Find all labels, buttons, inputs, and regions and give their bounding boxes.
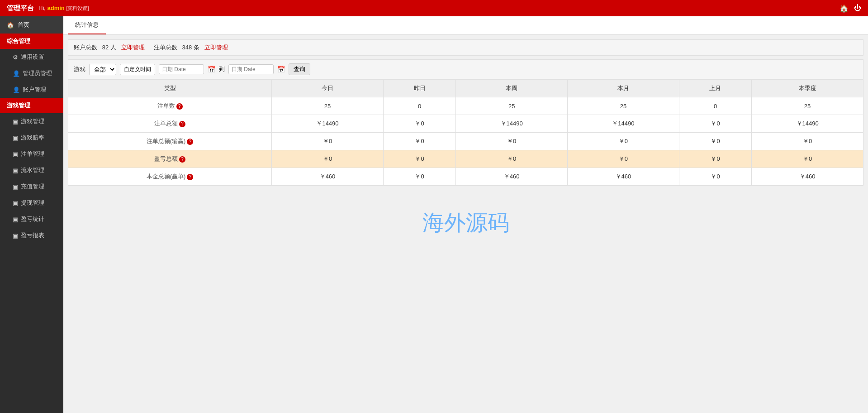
sidebar: 🏠 首页 综合管理 ⚙ 通用设置 👤 管理员管理 👤 账户管理 游戏管理 ▣ 游… — [0, 16, 63, 413]
admin-name: admin — [47, 5, 65, 11]
cell-this-week: ￥0 — [456, 133, 568, 150]
cell-last-month: ￥0 — [679, 168, 751, 186]
order-manage-link[interactable]: 立即管理 — [204, 44, 228, 51]
sidebar-item-flow-manage[interactable]: ▣ 流水管理 — [0, 162, 63, 178]
stats-topbar: 账户总数 82 人 立即管理 注单总数 348 条 立即管理 — [68, 39, 863, 56]
profit-report-icon: ▣ — [13, 232, 18, 239]
cell-type: 注单总额? — [68, 115, 272, 133]
cell-type: 注单数? — [68, 97, 272, 115]
cell-last-month: ￥0 — [679, 133, 751, 150]
header-left: 管理平台 Hi, admin [资料设置] — [7, 4, 89, 13]
sidebar-item-profit-stats[interactable]: ▣ 盈亏统计 — [0, 211, 63, 227]
custom-time-button[interactable]: 自定义时间 — [120, 64, 155, 75]
date-end-input[interactable] — [228, 64, 274, 74]
cell-this-month: ￥14490 — [568, 115, 679, 133]
cell-this-week: ￥460 — [456, 168, 568, 186]
cell-this-quarter: 25 — [752, 97, 863, 115]
order-icon: ▣ — [13, 151, 18, 158]
account-total-label: 账户总数 82 人 立即管理 — [74, 43, 145, 52]
tip-icon[interactable]: ? — [176, 103, 183, 110]
account-icon: 👤 — [13, 86, 20, 93]
tip-icon[interactable]: ? — [179, 121, 185, 127]
cell-last-month: ￥0 — [679, 115, 751, 133]
game-filter-select[interactable]: 全部 — [89, 64, 116, 75]
cell-yesterday: ￥0 — [383, 168, 455, 186]
order-total-label: 注单总数 348 条 立即管理 — [154, 43, 228, 52]
settings-icon: ⚙ — [13, 54, 18, 61]
greeting: Hi, admin [资料设置] — [38, 5, 89, 12]
tip-icon[interactable]: ? — [187, 139, 193, 145]
game-filter-label: 游戏 — [74, 65, 85, 73]
tab-stats-info[interactable]: 统计信息 — [68, 16, 106, 34]
cell-type: 本金总额(赢单)? — [68, 168, 272, 186]
cell-this-quarter: ￥460 — [752, 168, 863, 186]
sidebar-item-order-manage[interactable]: ▣ 注单管理 — [0, 146, 63, 162]
profit-stats-icon: ▣ — [13, 216, 18, 223]
col-last-month: 上月 — [679, 80, 751, 97]
cell-type: 注单总额(输赢)? — [68, 133, 272, 150]
filter-bar: 游戏 全部 自定义时间 📅 到 📅 查询 — [68, 59, 863, 79]
cell-this-month: 25 — [568, 97, 679, 115]
cell-this-quarter: ￥14490 — [752, 115, 863, 133]
account-manage-link[interactable]: 立即管理 — [121, 44, 145, 51]
cell-this-month: ￥460 — [568, 168, 679, 186]
cell-yesterday: ￥0 — [383, 150, 455, 168]
power-icon[interactable]: ⏻ — [854, 4, 861, 12]
col-today: 今日 — [272, 80, 384, 97]
col-type: 类型 — [68, 80, 272, 97]
header: 管理平台 Hi, admin [资料设置] 🏠 ⏻ — [0, 0, 868, 16]
sidebar-item-withdraw-manage[interactable]: ▣ 提现管理 — [0, 195, 63, 211]
tip-icon[interactable]: ? — [179, 156, 185, 163]
profile-link[interactable]: [资料设置] — [66, 5, 89, 11]
table-row: 本金总额(赢单)? ￥460 ￥0 ￥460 ￥460 ￥0 ￥460 — [68, 168, 863, 186]
search-button[interactable]: 查询 — [289, 63, 310, 75]
cell-this-week: 25 — [456, 97, 568, 115]
to-label: 到 — [219, 65, 225, 73]
home-icon[interactable]: 🏠 — [840, 4, 849, 13]
cell-this-week: ￥0 — [456, 150, 568, 168]
cell-today: ￥0 — [272, 133, 384, 150]
stats-container: 账户总数 82 人 立即管理 注单总数 348 条 立即管理 游戏 — [63, 35, 868, 190]
cell-this-month: ￥0 — [568, 150, 679, 168]
tip-icon[interactable]: ? — [187, 174, 193, 180]
sidebar-item-game-manage[interactable]: ▣ 游戏管理 — [0, 113, 63, 130]
table-row: 注单总额? ￥14490 ￥0 ￥14490 ￥14490 ￥0 ￥14490 — [68, 115, 863, 133]
cell-last-month: ￥0 — [679, 150, 751, 168]
sidebar-item-account-manage[interactable]: 👤 账户管理 — [0, 82, 63, 98]
table-row: 盈亏总额? ￥0 ￥0 ￥0 ￥0 ￥0 ￥0 — [68, 150, 863, 168]
cell-today: ￥460 — [272, 168, 384, 186]
sidebar-section-game: 游戏管理 — [0, 98, 63, 113]
recharge-icon: ▣ — [13, 183, 18, 190]
table-row: 注单数? 25 0 25 25 0 25 — [68, 97, 863, 115]
col-this-week: 本周 — [456, 80, 568, 97]
col-this-quarter: 本季度 — [752, 80, 863, 97]
sidebar-item-home[interactable]: 🏠 首页 — [0, 16, 63, 34]
sidebar-item-profit-report[interactable]: ▣ 盈亏报表 — [0, 227, 63, 244]
flow-icon: ▣ — [13, 167, 18, 174]
layout: 🏠 首页 综合管理 ⚙ 通用设置 👤 管理员管理 👤 账户管理 游戏管理 ▣ 游… — [0, 16, 868, 413]
cell-yesterday: 0 — [383, 97, 455, 115]
calendar-start-icon[interactable]: 📅 — [208, 66, 215, 73]
cell-last-month: 0 — [679, 97, 751, 115]
calendar-end-icon[interactable]: 📅 — [277, 66, 285, 73]
col-yesterday: 昨日 — [383, 80, 455, 97]
sidebar-item-general-settings[interactable]: ⚙ 通用设置 — [0, 49, 63, 65]
cell-type: 盈亏总额? — [68, 150, 272, 168]
cell-this-week: ￥14490 — [456, 115, 568, 133]
odds-icon: ▣ — [13, 134, 18, 141]
sidebar-item-recharge-manage[interactable]: ▣ 充值管理 — [0, 178, 63, 195]
sidebar-home-label: 首页 — [18, 21, 29, 29]
cell-today: ￥0 — [272, 150, 384, 168]
cell-today: ￥14490 — [272, 115, 384, 133]
sidebar-section-general: 综合管理 — [0, 34, 63, 49]
cell-yesterday: ￥0 — [383, 115, 455, 133]
game-icon: ▣ — [13, 118, 18, 125]
sidebar-item-admin-manage[interactable]: 👤 管理员管理 — [0, 65, 63, 82]
main-content: 统计信息 账户总数 82 人 立即管理 注单总数 348 条 立即管理 — [63, 16, 868, 413]
withdraw-icon: ▣ — [13, 200, 18, 206]
cell-today: 25 — [272, 97, 384, 115]
sidebar-item-game-odds[interactable]: ▣ 游戏赔率 — [0, 130, 63, 146]
cell-this-quarter: ￥0 — [752, 133, 863, 150]
cell-yesterday: ￥0 — [383, 133, 455, 150]
date-start-input[interactable] — [159, 64, 204, 74]
